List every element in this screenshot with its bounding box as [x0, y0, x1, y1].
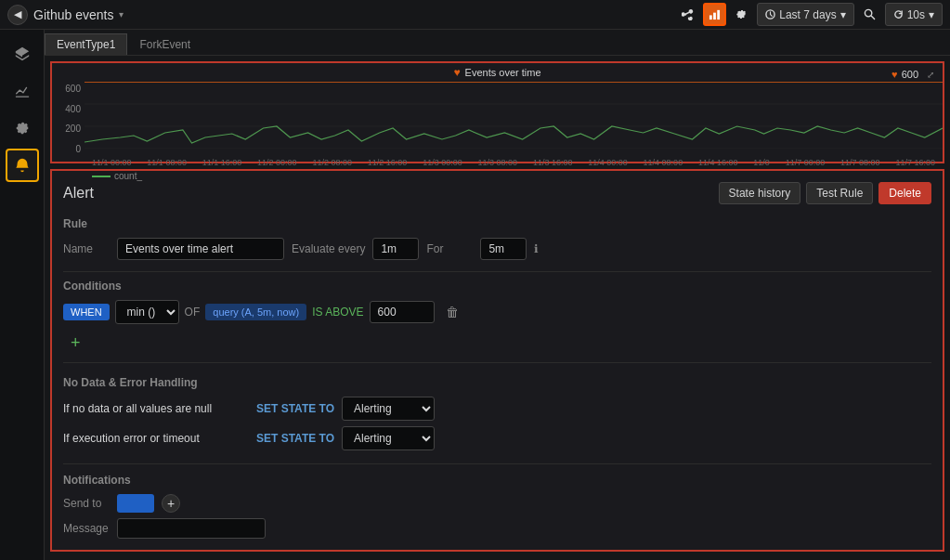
null-data-label: If no data or all values are null: [63, 402, 249, 415]
conditions-section-label: Conditions: [63, 280, 931, 293]
rule-name-input[interactable]: [117, 238, 284, 260]
svg-rect-0: [709, 15, 712, 20]
title-dropdown-arrow[interactable]: ▾: [119, 9, 124, 20]
refresh-label: 10s: [907, 8, 925, 21]
chart-expand-button[interactable]: ⤢: [922, 66, 939, 83]
tab-forkevent[interactable]: ForkEvent: [127, 33, 202, 55]
evaluate-every-input[interactable]: [372, 238, 419, 260]
chart-panel: ♥ Events over time ♥ 600 ⤢ 600 400 200 0: [50, 61, 944, 163]
notifications-section-label: Notifications: [63, 474, 931, 487]
error-data-label: If execution error or timeout: [63, 432, 249, 445]
null-set-state-label: SET STATE TO: [256, 402, 334, 415]
alert-panel-title: Alert: [63, 185, 94, 202]
state-history-button[interactable]: State history: [719, 182, 801, 204]
error-data-row: If execution error or timeout SET STATE …: [63, 426, 931, 450]
graph-button[interactable]: [703, 3, 726, 26]
add-channel-button[interactable]: +: [162, 494, 180, 513]
message-row: Message: [63, 518, 931, 539]
name-label: Name: [63, 242, 110, 255]
alert-header: Alert State history Test Rule Delete: [63, 182, 931, 204]
when-badge: WHEN: [63, 304, 110, 320]
y-axis: 600 400 200 0: [52, 82, 85, 156]
time-range-label: Last 7 days: [779, 8, 836, 21]
function-select[interactable]: min (): [115, 300, 179, 324]
time-range-button[interactable]: Last 7 days ▾: [757, 3, 853, 26]
y-label-600: 600: [56, 84, 81, 94]
chart-x-labels: 11/1 00:00 11/1 08:00 11/1 16:00 11/2 00…: [52, 156, 943, 169]
search-button[interactable]: [858, 3, 881, 26]
for-label: For: [426, 242, 473, 255]
svg-point-4: [865, 9, 871, 16]
chart-body: 600 400 200 0: [52, 82, 943, 156]
y-label-0: 0: [56, 144, 81, 154]
svg-rect-1: [713, 13, 716, 20]
alert-header-buttons: State history Test Rule Delete: [719, 182, 931, 204]
tabs-row: EventType1 ForkEvent: [45, 30, 950, 56]
y-label-400: 400: [56, 104, 81, 114]
content-area: EventType1 ForkEvent ♥ Events over time …: [45, 30, 950, 560]
refresh-button[interactable]: 10s ▾: [885, 3, 943, 26]
chart-header: ♥ Events over time ♥ 600 ⤢: [52, 63, 943, 82]
legend-line-icon: [92, 176, 111, 177]
of-label: OF: [185, 306, 201, 319]
rule-divider: [63, 271, 931, 272]
back-button[interactable]: ◀: [7, 5, 28, 25]
svg-rect-2: [718, 10, 721, 20]
chart-main: [85, 82, 943, 156]
dashboard-title: Github events: [33, 7, 113, 22]
is-above-label: IS ABOVE: [312, 306, 363, 319]
top-bar-right: Last 7 days ▾ 10s ▾: [676, 3, 943, 26]
share-button[interactable]: [676, 3, 699, 26]
sidebar-item-alerts[interactable]: [6, 149, 39, 182]
top-bar: ◀ Github events ▾ Last 7 days ▾ 10s ▾: [0, 0, 950, 30]
sidebar: [0, 30, 45, 560]
main-content: EventType1 ForkEvent ♥ Events over time …: [0, 30, 950, 560]
svg-rect-5: [15, 96, 28, 97]
error-set-state-label: SET STATE TO: [256, 432, 334, 445]
send-to-label: Send to: [63, 497, 110, 510]
chart-value: 600: [902, 69, 918, 80]
send-to-row: Send to +: [63, 494, 931, 513]
no-data-section: No Data & Error Handling If no data or a…: [63, 376, 931, 450]
conditions-row: WHEN min () OF query (A, 5m, now) IS ABO…: [63, 300, 931, 324]
chart-title-text: Events over time: [465, 67, 541, 78]
message-input[interactable]: [117, 518, 266, 539]
chart-legend: count_: [52, 169, 943, 183]
tab-eventtype1[interactable]: EventType1: [45, 33, 127, 55]
threshold-input[interactable]: [370, 301, 435, 323]
chart-svg: [85, 82, 943, 149]
add-condition-row: +: [63, 332, 931, 355]
value-dot-icon: ♥: [891, 69, 898, 80]
sidebar-item-settings[interactable]: [6, 111, 39, 145]
test-rule-button[interactable]: Test Rule: [806, 182, 873, 204]
evaluate-label: Evaluate every: [292, 242, 365, 255]
legend-label: count_: [114, 171, 142, 181]
alert-panel: Alert State history Test Rule Delete Rul…: [50, 169, 944, 552]
delete-button[interactable]: Delete: [878, 182, 931, 204]
conditions-divider: [63, 362, 931, 363]
y-label-200: 200: [56, 124, 81, 134]
notifications-section: Notifications Send to + Message: [63, 463, 931, 539]
info-icon: ℹ: [534, 242, 539, 255]
delete-condition-button[interactable]: 🗑: [440, 302, 464, 322]
add-condition-button[interactable]: +: [63, 332, 88, 355]
sidebar-item-chart[interactable]: [6, 74, 39, 108]
null-state-select[interactable]: Alerting: [342, 397, 435, 421]
top-bar-left: ◀ Github events ▾: [7, 5, 676, 25]
chart-title-group: ♥ Events over time: [453, 66, 540, 79]
for-input[interactable]: [480, 238, 527, 260]
query-tag: query (A, 5m, now): [205, 304, 306, 320]
chart-top-right: ♥ 600 ⤢: [891, 66, 939, 83]
heart-icon: ♥: [453, 66, 460, 79]
error-state-select[interactable]: Alerting: [342, 426, 435, 450]
message-label: Message: [63, 522, 110, 535]
sidebar-item-layers[interactable]: [6, 37, 39, 71]
rule-section-label: Rule: [63, 217, 931, 230]
channel-tag: [117, 494, 154, 513]
settings-button[interactable]: [730, 3, 753, 26]
rule-row: Name Evaluate every For ℹ: [63, 238, 931, 260]
no-data-section-label: No Data & Error Handling: [63, 376, 931, 389]
null-data-row: If no data or all values are null SET ST…: [63, 397, 931, 421]
